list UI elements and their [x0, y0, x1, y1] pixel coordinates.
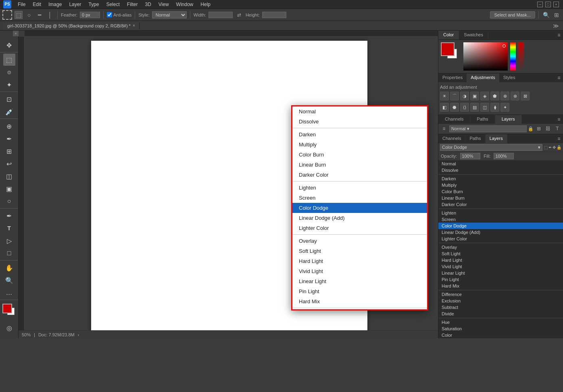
- small-blend-darkercolor[interactable]: Darker Color: [438, 201, 563, 208]
- tab-layers-bottom[interactable]: Layers: [486, 134, 507, 143]
- panels-toggle[interactable]: ≫: [552, 22, 560, 30]
- small-blend-exclusion[interactable]: Exclusion: [438, 298, 563, 304]
- blend-item-linearburn-large[interactable]: Linear Burn: [292, 160, 427, 170]
- quick-mask-btn[interactable]: ◎: [3, 322, 15, 334]
- blend-item-lighten-large[interactable]: Lighten: [292, 183, 427, 193]
- spot-heal-tool[interactable]: ⊕: [3, 120, 15, 132]
- lock-paint-icon[interactable]: ✒: [548, 145, 552, 150]
- fg-color-swatch[interactable]: [441, 42, 455, 56]
- brush-tool[interactable]: ✒: [3, 133, 15, 145]
- lock-all-icon[interactable]: 🔒: [557, 145, 561, 150]
- blend-item-lineardodge-large[interactable]: Linear Dodge (Add): [292, 213, 427, 223]
- opacity-input-small[interactable]: [460, 153, 480, 159]
- blend-item-colordodge-large[interactable]: Color Dodge: [292, 203, 427, 213]
- adj-invert-icon[interactable]: ◧: [440, 103, 449, 112]
- small-blend-linearburn[interactable]: Linear Burn: [438, 195, 563, 201]
- blend-item-darkercolor-large[interactable]: Darker Color: [292, 170, 427, 180]
- small-blend-hue[interactable]: Hue: [438, 319, 563, 325]
- blend-item-colorburn-large[interactable]: Color Burn: [292, 150, 427, 160]
- search-icon[interactable]: 🔍: [542, 11, 550, 19]
- opacity-slider-color[interactable]: [518, 42, 524, 71]
- eyedropper-tool[interactable]: 💉: [3, 106, 15, 118]
- small-blend-subtract[interactable]: Subtract: [438, 304, 563, 311]
- hand-tool[interactable]: ✋: [3, 262, 15, 274]
- tab-styles[interactable]: Styles: [499, 73, 519, 82]
- tab-properties[interactable]: Properties: [438, 73, 467, 82]
- blend-item-hardmix-large[interactable]: Hard Mix: [292, 296, 427, 307]
- window-minimize[interactable]: ─: [537, 2, 543, 7]
- window-restore[interactable]: □: [545, 2, 551, 7]
- layer-filter-icon[interactable]: ≡: [440, 125, 448, 133]
- eraser-tool[interactable]: ◫: [3, 170, 15, 182]
- blend-item-softlight-large[interactable]: Soft Light: [292, 246, 427, 256]
- blend-item-screen-large[interactable]: Screen: [292, 193, 427, 203]
- path-select-tool[interactable]: ▷: [3, 235, 15, 247]
- adj-posterize-icon[interactable]: ⬣: [450, 103, 459, 112]
- window-close[interactable]: ×: [553, 2, 559, 7]
- tab-swatches[interactable]: Swatches: [459, 31, 488, 40]
- small-blend-hardlight[interactable]: Hard Light: [438, 257, 563, 263]
- magic-wand-tool[interactable]: ✦: [3, 79, 15, 91]
- adj-hsl-icon[interactable]: ◈: [480, 92, 489, 100]
- adj-gradient-icon[interactable]: ▤: [470, 103, 479, 112]
- blend-item-pinlight-large[interactable]: Pin Light: [292, 286, 427, 296]
- swap-icon[interactable]: ⇄: [235, 11, 243, 19]
- gradient-tool[interactable]: ▣: [3, 183, 15, 195]
- menu-image[interactable]: Image: [45, 1, 65, 8]
- blend-item-multiply-large[interactable]: Multiply: [292, 140, 427, 150]
- blend-mode-dropdown-large[interactable]: Normal Dissolve Darken Multiply Color Bu…: [291, 105, 428, 311]
- small-blend-softlight[interactable]: Soft Light: [438, 250, 563, 257]
- menu-help[interactable]: Help: [197, 1, 214, 8]
- foreground-color[interactable]: [2, 304, 12, 313]
- blend-item-hardlight-large[interactable]: Hard Light: [292, 256, 427, 266]
- small-blend-difference[interactable]: Difference: [438, 291, 563, 298]
- move-tool[interactable]: ✥: [3, 39, 15, 51]
- stamp-tool[interactable]: ⊞: [3, 145, 15, 157]
- small-blend-lineardodge[interactable]: Linear Dodge (Add): [438, 229, 563, 236]
- menu-window[interactable]: Window: [173, 1, 197, 8]
- adj-colorlookup-icon[interactable]: ⊠: [521, 92, 530, 100]
- layer-link-icon[interactable]: ⛓: [544, 125, 552, 133]
- fill-input-small[interactable]: [494, 153, 514, 159]
- lasso-tool[interactable]: ⌾: [3, 66, 15, 78]
- expand-arrow[interactable]: ›: [78, 332, 79, 337]
- tab-paths-top[interactable]: Paths: [470, 115, 495, 124]
- layer-lock-icon[interactable]: 🔒: [528, 126, 534, 131]
- marquee-col-btn[interactable]: │: [46, 11, 54, 19]
- zoom-tool[interactable]: 🔍: [3, 274, 15, 286]
- menu-filter[interactable]: Filter: [124, 1, 141, 8]
- lock-transparent-icon[interactable]: ⬚: [544, 145, 548, 150]
- menu-view[interactable]: View: [155, 1, 172, 8]
- small-blend-hardmix[interactable]: Hard Mix: [438, 283, 563, 289]
- more-tools-btn[interactable]: …: [3, 287, 15, 299]
- adj-panel-menu[interactable]: ≡: [555, 73, 563, 82]
- marquee-circle-btn[interactable]: ○: [25, 11, 33, 19]
- layer-mode-select[interactable]: Normal ▾: [449, 125, 527, 132]
- small-blend-multiply[interactable]: Multiply: [438, 182, 563, 188]
- cpl-top-menu[interactable]: ≡: [555, 115, 563, 124]
- small-blend-colorburn[interactable]: Color Burn: [438, 188, 563, 195]
- small-blend-overlay[interactable]: Overlay: [438, 244, 563, 250]
- marquee-rect-btn[interactable]: ⬚: [15, 11, 23, 19]
- small-blend-screen[interactable]: Screen: [438, 216, 563, 223]
- height-input[interactable]: [262, 12, 286, 18]
- blend-item-normal-large[interactable]: Normal: [292, 106, 427, 117]
- menu-3d[interactable]: 3D: [142, 1, 154, 8]
- blend-item-darken-large[interactable]: Darken: [292, 129, 427, 140]
- adj-vibrance-icon[interactable]: ▣: [470, 92, 479, 100]
- small-blend-pinlight[interactable]: Pin Light: [438, 276, 563, 283]
- width-input[interactable]: [209, 12, 233, 18]
- pen-tool[interactable]: ✒: [3, 210, 15, 222]
- marquee-tool[interactable]: ⬚: [3, 54, 15, 66]
- crop-tool[interactable]: ⊡: [3, 93, 15, 105]
- adj-curves-icon[interactable]: ⌒: [450, 92, 459, 100]
- small-blend-normal[interactable]: Normal: [438, 161, 563, 167]
- small-blend-darken[interactable]: Darken: [438, 175, 563, 182]
- tab-color[interactable]: Color: [438, 31, 459, 40]
- small-blend-divide[interactable]: Divide: [438, 311, 563, 317]
- blend-item-vividlight-large[interactable]: Vivid Light: [292, 266, 427, 276]
- blend-item-overlay-large[interactable]: Overlay: [292, 236, 427, 246]
- select-mask-button[interactable]: Select and Mask...: [490, 11, 536, 19]
- layer-more-icon[interactable]: ⊞: [535, 125, 543, 133]
- shape-tool[interactable]: □: [3, 247, 15, 259]
